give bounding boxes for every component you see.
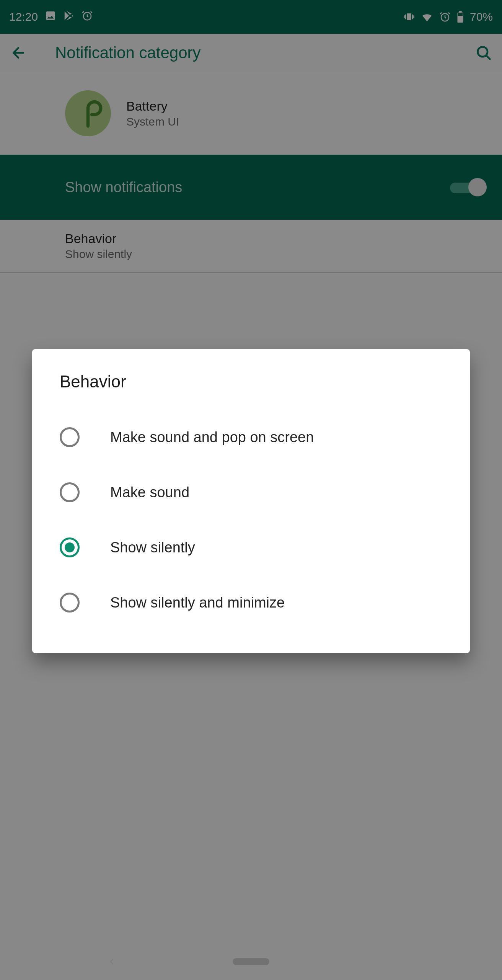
option-make-sound[interactable]: Make sound [60,465,442,520]
option-label: Make sound [110,484,189,501]
option-show-silently-minimize[interactable]: Show silently and minimize [60,575,442,630]
option-label: Make sound and pop on screen [110,429,314,446]
option-label: Show silently and minimize [110,595,285,611]
dialog-title: Behavior [60,372,442,391]
radio-unchecked-icon [60,427,80,447]
behavior-dialog: Behavior Make sound and pop on screen Ma… [32,349,470,653]
radio-checked-icon [60,537,80,557]
screen: 12:20 70% [0,0,502,980]
option-label: Show silently [110,539,195,556]
radio-unchecked-icon [60,593,80,612]
radio-unchecked-icon [60,482,80,502]
option-show-silently[interactable]: Show silently [60,520,442,575]
option-make-sound-pop[interactable]: Make sound and pop on screen [60,410,442,465]
